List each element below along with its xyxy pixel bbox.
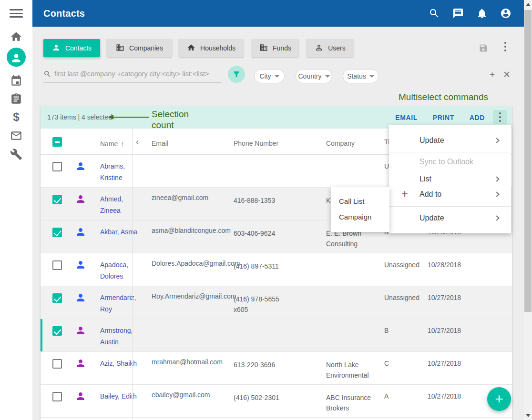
contact-row[interactable]: Apadoca, Dolores Dolores.Apadoca@gmail.c… [41, 253, 512, 286]
sidebar-item-contacts[interactable] [7, 48, 26, 67]
email-button[interactable]: EMAIL [395, 114, 418, 121]
person-icon [10, 59, 22, 66]
contact-name-link[interactable]: Akbar, Asma [100, 226, 144, 238]
tab-label: Contacts [65, 44, 92, 52]
contact-row[interactable]: Bailey, Edith ebailey@gmail.com (416) 50… [41, 385, 512, 418]
mail-icon [10, 136, 22, 143]
contact-avatar-icon [75, 292, 86, 303]
tab-contacts[interactable]: Contacts [43, 39, 100, 57]
add-contact-fab[interactable]: + [487, 387, 511, 411]
sidebar: $ [0, 0, 32, 420]
more-options-icon[interactable] [504, 42, 506, 53]
contact-row[interactable]: Armendariz, Roy Roy.Armendariz@gmail.com… [41, 286, 512, 319]
contact-row[interactable]: Armstrong, Austin B 10/27/2018 [41, 319, 512, 352]
dollar-icon: $ [13, 110, 19, 123]
row-checkbox[interactable] [52, 228, 62, 237]
scroll-down-icon[interactable] [526, 414, 531, 417]
multiselect-more-icon[interactable] [493, 110, 507, 124]
tab-label: Households [200, 44, 235, 52]
search-icon[interactable] [429, 8, 440, 19]
tab-funds[interactable]: Funds [252, 39, 299, 57]
menu-item-add-to[interactable]: + Add to [389, 187, 511, 202]
contact-tier: B [384, 327, 423, 334]
contact-tier: Unassigned [384, 261, 423, 269]
menu-item-update[interactable]: Update [389, 129, 511, 152]
column-header-company[interactable]: Company [326, 138, 379, 149]
annotation-selection-count: Selection count [152, 109, 204, 130]
contact-name-link[interactable]: Aziz, Shaikh [100, 358, 144, 369]
building-icon [116, 43, 124, 53]
home-icon [187, 43, 195, 53]
contact-email: ebailey@gmail.com [152, 390, 230, 400]
submenu-item-campaign[interactable]: Campaign [331, 209, 389, 225]
chevron-right-icon [494, 138, 499, 143]
sidebar-item-tools[interactable] [10, 148, 22, 160]
contact-tier: C [384, 360, 423, 367]
menu-item-list[interactable]: List [389, 171, 511, 187]
clear-filters-icon[interactable]: ✕ [503, 70, 511, 79]
tab-companies[interactable]: Companies [107, 39, 172, 57]
collapse-column-icon[interactable]: ‹ [134, 138, 141, 146]
column-header-email[interactable]: Email [152, 138, 230, 149]
contact-name-link[interactable]: Abrams, Kristine [100, 160, 144, 183]
contact-phone: 603-406-9624 [234, 228, 286, 239]
building-icon [259, 43, 268, 53]
annotation-arrow [113, 117, 149, 118]
save-view-button[interactable] [479, 43, 488, 53]
contact-avatar-icon [75, 193, 86, 205]
account-icon[interactable] [500, 8, 512, 19]
tab-households[interactable]: Households [179, 39, 244, 57]
add-filter-icon[interactable]: + [490, 70, 495, 79]
row-checkbox[interactable] [52, 293, 62, 303]
filter-chip-country[interactable]: Country [296, 69, 332, 83]
app-bar: Contacts [32, 0, 524, 27]
sidebar-item-donations[interactable]: $ [10, 111, 22, 123]
chevron-right-icon [494, 176, 499, 181]
contact-row[interactable]: Aziz, Shaikh mrahman@hotmail.com 613-220… [41, 352, 512, 385]
filter-chip-status[interactable]: Status [343, 69, 379, 83]
menu-item-update-2[interactable]: Update [389, 207, 511, 230]
scrollbar-thumb[interactable] [524, 10, 532, 312]
filter-funnel-button[interactable] [228, 66, 245, 83]
notifications-bell-icon[interactable] [476, 8, 488, 19]
submenu-item-call-list[interactable]: Call List [331, 193, 389, 209]
row-checkbox[interactable] [52, 195, 62, 204]
app-window: $ Contacts Contacts Companies House [0, 0, 532, 420]
contact-avatar-icon [75, 358, 86, 369]
add-button[interactable]: ADD [470, 114, 485, 121]
row-checkbox[interactable] [52, 326, 62, 336]
filter-chip-city[interactable]: City [254, 69, 285, 83]
chip-label: Country [298, 72, 321, 80]
print-button[interactable]: PRINT [433, 114, 454, 121]
select-all-checkbox[interactable] [52, 137, 62, 147]
row-checkbox[interactable] [52, 162, 62, 171]
row-checkbox[interactable] [52, 260, 62, 270]
row-checkbox[interactable] [52, 392, 62, 401]
sidebar-item-calendar[interactable] [10, 75, 22, 87]
home-icon [10, 37, 22, 44]
row-checkbox[interactable] [52, 359, 62, 369]
menu-icon[interactable] [10, 9, 23, 19]
page-scrollbar[interactable] [524, 0, 532, 420]
wrench-icon [10, 155, 22, 162]
contact-name-link[interactable]: Armstrong, Austin [100, 325, 144, 348]
search-icon [43, 70, 51, 78]
sort-ascending-icon: ↑ [121, 140, 124, 148]
chat-icon[interactable] [452, 8, 464, 19]
contact-name-link[interactable]: Apadoca, Dolores [100, 259, 144, 282]
column-header-phone[interactable]: Phone Number [234, 138, 286, 149]
plus-icon: + [401, 187, 408, 200]
tab-users[interactable]: Users [307, 39, 354, 57]
contact-name-link[interactable]: Bailey, Edith [100, 390, 144, 402]
contact-name-link[interactable]: Armendariz, Roy [100, 292, 144, 315]
contact-name-link[interactable]: Ahmed, Zineea [100, 193, 144, 216]
sidebar-item-tasks[interactable] [10, 93, 22, 105]
sidebar-item-email[interactable] [10, 130, 22, 142]
sidebar-item-home[interactable] [10, 30, 22, 43]
contact-phone: 416-888-1353 [234, 195, 286, 206]
contact-avatar-icon [75, 325, 86, 336]
contact-search-input[interactable] [54, 67, 222, 80]
clipboard-icon [10, 100, 22, 107]
contact-phone: (416) 978-5655 x605 [234, 294, 286, 315]
scroll-up-icon[interactable] [526, 3, 531, 6]
